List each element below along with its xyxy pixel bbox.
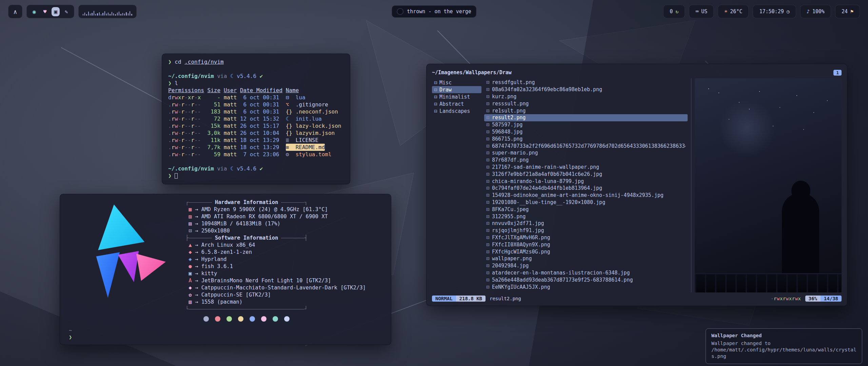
list-position-badge: 14/38: [821, 296, 842, 302]
keyboard-layout-widget[interactable]: ⌨ US: [689, 5, 714, 18]
file-name: 866715.png: [492, 136, 522, 142]
command-text: cd: [175, 58, 181, 65]
sidebar-folder-item[interactable]: ⊟ Draw: [432, 86, 481, 93]
image-file-icon: ⊡: [486, 178, 489, 184]
file-list-item[interactable]: ⊡ wallpaper.png: [484, 255, 688, 262]
file-list-item[interactable]: ⊡ 87r687df.png: [484, 157, 688, 164]
bell-icon: ⚑: [850, 8, 853, 15]
file-list-item[interactable]: ⊡ atardecer-en-la-montanas-ilustracion-6…: [484, 269, 688, 277]
file-list-item[interactable]: ⊡ rsjqojlmjhf91.jpg: [484, 227, 688, 234]
active-prompt-line[interactable]: ❯: [168, 172, 344, 179]
file-list-item[interactable]: ⊡ 5a266e448add93deab367d87173e9f25-68378…: [484, 276, 688, 283]
file-list-item[interactable]: ⊡ 20492984.jpg: [484, 262, 688, 269]
file-list-item[interactable]: ⊡ FXfcHgcWIAMzs0G.png: [484, 248, 688, 255]
section-title: Hardware Information: [215, 199, 278, 206]
info-row: ▦ → AMD Ryzen 9 5900X (24) @ 4.9GHz [61.…: [185, 206, 380, 213]
info-value: JetBrainsMono Nerd Font Light 10 [GTK2/3…: [201, 277, 331, 284]
file-name-group: ⚙stylua.toml: [286, 151, 332, 158]
workspace-button-2[interactable]: ♥: [41, 7, 49, 16]
workspace-button-1[interactable]: ◉: [30, 7, 38, 16]
file-list-item[interactable]: ⊡ 68747470733a2f2f696d616765732d7769786d…: [484, 142, 688, 149]
notification-popup[interactable]: Wallpaper Changed Wallpaper changed to /…: [706, 328, 862, 364]
sidebar-folder-item[interactable]: ⊟ Misc: [432, 79, 481, 86]
image-file-icon: ⊡: [486, 199, 489, 205]
file-list-item[interactable]: ⊡ 217167-sad-anime-rain-wallpaper.png: [484, 164, 688, 171]
box-bottom-border: └ ┘: [185, 306, 308, 313]
software-rows: ▲ → Arch Linux x86_64 ◆ → 6.5.8-zen1-1-z…: [185, 242, 380, 306]
file-name-group: {}lazyvim.json: [286, 129, 335, 137]
permissions-text: .rw-r--r--: [168, 122, 204, 129]
file-name: .gitignore: [296, 101, 328, 108]
image-file-icon: ⊡: [486, 157, 489, 163]
graph-bar: [99, 12, 100, 16]
file-list-item[interactable]: ⊡ 0c794faf07de24a4db4d4fb1eb813964.jpg: [484, 185, 688, 192]
image-file-icon: ⊡: [486, 242, 489, 248]
file-list-item[interactable]: ⊡ 19201080-__blue-tinge__-1920×1080.jpg: [484, 199, 688, 206]
file-list-item[interactable]: ⊡ 8FKa7Cu.jpeg: [484, 206, 688, 213]
sidebar-folder-item[interactable]: ⊟ Minimalist: [432, 93, 481, 100]
file-size: -: [208, 94, 221, 101]
terminal-window[interactable]: ❯ cd .config/nvim ~/.config/nvim via ☾ v…: [162, 54, 350, 184]
file-date: 26 oct 10:04: [240, 129, 282, 137]
shell-prompt[interactable]: ~ ❯: [69, 327, 72, 341]
file-list-item[interactable]: ⊡ re1sult.png: [484, 107, 688, 114]
box-corner: ├: [185, 235, 189, 242]
sidebar-folder-item[interactable]: ⊟ Abstract: [432, 100, 481, 107]
file-list-item[interactable]: ⊡ nnvuv0xj2df71.jpg: [484, 220, 688, 227]
file-list-item[interactable]: ⊡ FXfcII0X0AQyn9X.png: [484, 241, 688, 248]
file-list-item[interactable]: ⊡ 866715.png: [484, 135, 688, 142]
file-list-item[interactable]: ⊡ result2.png: [484, 114, 688, 121]
tab-badge[interactable]: 1: [833, 70, 842, 76]
info-value: AMD ATI Radeon RX 6800/6800 XT / 6900 XT: [201, 213, 328, 220]
launcher-button[interactable]: ∧: [8, 5, 22, 18]
hardware-info-icon: ▨: [185, 213, 195, 220]
notifications-widget[interactable]: 24 ⚑: [835, 5, 860, 18]
file-list-item[interactable]: ⊡ 3122955.png: [484, 213, 688, 220]
graph-bar: [102, 13, 103, 16]
workspace-button-4[interactable]: ✎: [62, 7, 71, 16]
image-file-icon: ⊡: [486, 115, 489, 121]
file-manager-window[interactable]: ~/Imagenes/Wallpapers/Draw 1 ⊟ Misc ⊟ Dr…: [426, 64, 847, 306]
section-title: Software Information: [215, 235, 278, 242]
software-info-icon: ◆: [185, 284, 195, 291]
file-size: 3,0k: [208, 129, 221, 137]
file-list-item[interactable]: ⊡ super-mario.png: [484, 149, 688, 157]
info-value: fish 3.6.1: [201, 263, 233, 270]
weather-widget[interactable]: ☀ 26°C: [718, 5, 749, 18]
file-name: 20492984.jpg: [492, 263, 529, 269]
sidebar-folder-item[interactable]: ⊟ Landscapes: [432, 107, 481, 115]
prompt-symbol: ❯: [168, 172, 172, 179]
system-fetch-window[interactable]: ┌ Hardware Information ┐ ▦ → AMD Ryzen 9…: [60, 194, 391, 345]
media-player-widget[interactable]: thrown - on the verge: [392, 5, 476, 18]
file-list-item[interactable]: ⊡ chica-mirando-la-luna-8799.jpg: [484, 178, 688, 185]
notifications-count: 24: [842, 8, 848, 15]
file-list-item[interactable]: ⊡ 3126f7e9bbf21a8a4af0b67b041c6e26.jpg: [484, 170, 688, 178]
file-list-item[interactable]: ⊡ 596848.jpg: [484, 128, 688, 136]
clock-widget[interactable]: 17:50:29 ◷: [753, 5, 796, 18]
graph-bar: [92, 13, 92, 16]
updates-widget[interactable]: 0 ↻: [663, 5, 685, 18]
file-name: lazy-lock.json: [296, 122, 341, 129]
image-file-icon: ⊡: [486, 129, 489, 135]
arrow-icon: →: [195, 263, 198, 270]
file-list-item[interactable]: ⊡ 154928-odinokoe_anime-art-anime-okno-s…: [484, 192, 688, 199]
file-list-item[interactable]: ⊡ 08a634fa02a32364f69ebc86a98eb1eb.png: [484, 86, 688, 93]
prompt-symbol: ❯: [69, 334, 72, 341]
file-entry-row: .rw-r--r-- 11k matt 18 oct 13:29 ≣LICENS…: [168, 137, 344, 144]
file-list-item[interactable]: ⊡ ressdfgult.png: [484, 79, 688, 86]
file-list-item[interactable]: ⊡ EeNKYgIUcAAJ5JX.png: [484, 283, 688, 290]
graph-bar: [117, 13, 118, 16]
workspace-button-3-active[interactable]: ▣: [52, 7, 60, 16]
browser-workspace-icon: ◉: [33, 8, 36, 15]
palette-dot: [250, 316, 255, 322]
volume-widget[interactable]: ♪ 100%: [800, 5, 831, 18]
file-list-item[interactable]: ⊡ FXfcJlTXgAMvH6R.png: [484, 234, 688, 241]
breadcrumb-path: ~/Imagenes/Wallpapers/Draw: [432, 69, 512, 76]
file-list-item[interactable]: ⊡ resssult.png: [484, 100, 688, 107]
file-list-item[interactable]: ⊡ kurz.png: [484, 93, 688, 100]
file-list-item[interactable]: ⊡ 587597.jpg: [484, 121, 688, 128]
file-date: 6 oct 00:31: [240, 101, 282, 108]
file-name-group: {}lazy-lock.json: [286, 122, 341, 129]
folder-icon: ⊟: [434, 101, 437, 107]
file-name: lazyvim.json: [296, 129, 335, 137]
